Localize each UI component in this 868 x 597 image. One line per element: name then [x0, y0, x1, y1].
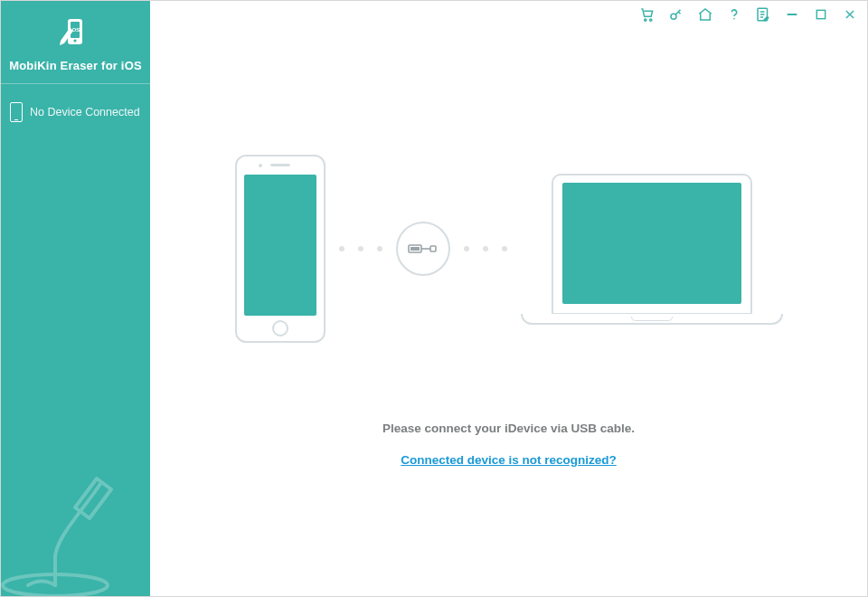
- titlebar: [639, 6, 858, 23]
- connection-dots-left: [326, 246, 396, 251]
- decorative-eraser-art: [1, 448, 146, 596]
- key-icon[interactable]: [668, 6, 684, 23]
- help-icon[interactable]: [726, 6, 742, 23]
- device-status-label: No Device Connected: [30, 106, 140, 118]
- minimize-button[interactable]: [784, 6, 800, 23]
- usb-connector-icon: [396, 222, 450, 276]
- dot-icon: [339, 246, 344, 251]
- help-link-row: Connected device is not recognized?: [150, 453, 867, 467]
- dot-icon: [464, 246, 469, 251]
- app-window: iOS MobiKin Eraser for iOS No Device Con…: [0, 0, 868, 597]
- home-icon[interactable]: [697, 6, 713, 23]
- device-not-recognized-link[interactable]: Connected device is not recognized?: [401, 453, 617, 467]
- svg-point-8: [733, 18, 735, 20]
- dot-icon: [502, 246, 507, 251]
- brand-title: MobiKin Eraser for iOS: [1, 59, 150, 72]
- svg-point-6: [650, 19, 652, 21]
- phone-illustration: [235, 155, 326, 343]
- dot-icon: [483, 246, 488, 251]
- svg-rect-17: [430, 246, 436, 251]
- svg-point-7: [671, 14, 676, 19]
- dot-icon: [377, 246, 382, 251]
- brand-icon: iOS: [1, 17, 150, 50]
- connection-dots-right: [450, 246, 521, 251]
- brand-block: iOS MobiKin Eraser for iOS: [1, 1, 150, 84]
- sidebar: iOS MobiKin Eraser for iOS No Device Con…: [1, 1, 150, 596]
- svg-point-5: [645, 19, 646, 21]
- feedback-icon[interactable]: [755, 6, 771, 23]
- svg-point-2: [73, 39, 76, 42]
- instruction-text: Please connect your iDevice via USB cabl…: [150, 422, 867, 435]
- close-button[interactable]: [842, 6, 858, 23]
- dot-icon: [358, 246, 363, 251]
- maximize-button[interactable]: [813, 6, 829, 23]
- main-content: Please connect your iDevice via USB cabl…: [150, 1, 867, 596]
- laptop-illustration: [521, 174, 783, 325]
- phone-icon: [10, 102, 23, 122]
- svg-rect-15: [410, 247, 420, 251]
- connection-illustration: [150, 155, 867, 343]
- svg-rect-11: [816, 10, 825, 18]
- cart-icon[interactable]: [639, 6, 656, 23]
- sidebar-item-device[interactable]: No Device Connected: [1, 84, 150, 140]
